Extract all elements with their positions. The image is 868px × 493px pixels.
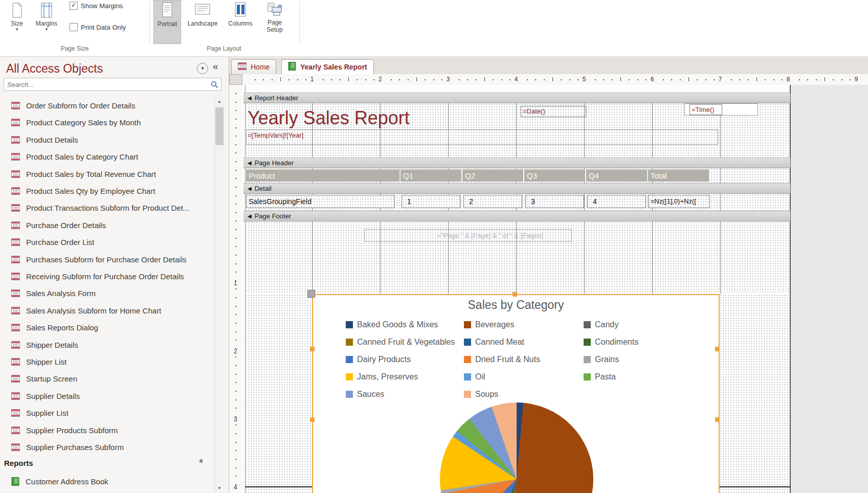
nav-item-form[interactable]: Product Sales by Total Revenue Chart (0, 166, 211, 182)
form-icon (11, 392, 20, 400)
section-bar-page-footer[interactable]: ◀Page Footer (243, 211, 790, 221)
column-header-q2[interactable]: Q2 (462, 169, 523, 182)
column-header-total[interactable]: Total (648, 169, 709, 182)
column-header-q3[interactable]: Q3 (524, 169, 585, 182)
nav-item-form[interactable]: Product Sales by Category Chart (0, 148, 211, 165)
form-icon (11, 170, 20, 178)
chart-selection-handle-right[interactable] (715, 347, 720, 351)
page-number-textbox[interactable]: ="Page " & [Page] & " of " & [Pages] (364, 229, 572, 242)
search-input[interactable] (4, 81, 211, 88)
columns-button[interactable]: Columns (224, 0, 257, 45)
ruler-corner-box[interactable] (229, 74, 242, 85)
legend-item: Candy (584, 320, 618, 329)
quarter-textbox-q3[interactable]: 3 (525, 195, 584, 208)
portrait-label: Portrait (158, 20, 177, 28)
page-setup-button[interactable]: Page Setup (259, 0, 291, 45)
chart-selection-handle-left[interactable] (310, 347, 315, 351)
nav-item-form[interactable]: Supplier List (0, 405, 211, 421)
columns-label: Columns (228, 20, 252, 27)
column-header-q4[interactable]: Q4 (586, 169, 647, 182)
page-size-group-label: Page Size (0, 45, 149, 53)
form-icon (11, 375, 20, 383)
print-data-only-checkbox[interactable]: Print Data Only (70, 23, 126, 31)
portrait-button[interactable]: Portrait (153, 0, 181, 44)
collapse-nav-pane-icon[interactable]: « (213, 61, 218, 72)
total-expression-textbox[interactable]: =Nz([1],0)+Nz([ (648, 195, 710, 208)
nav-item-form[interactable]: Receiving Subform for Purchase Order Det… (0, 268, 211, 284)
report-title-textbox[interactable]: Yearly Sales Report (248, 107, 432, 132)
nav-item-label: Product Transactions Subform for Product… (26, 204, 189, 212)
chart-resize-handle[interactable] (307, 290, 315, 298)
section-bar-report-header[interactable]: ◀Report Header (243, 93, 790, 103)
nav-item-form[interactable]: Product Transactions Subform for Product… (0, 199, 211, 216)
print-data-only-checkbox-box[interactable] (70, 23, 78, 31)
nav-pane-menu-icon[interactable]: ▾ (197, 63, 208, 74)
nav-item-label: Startup Screen (26, 374, 77, 383)
scroll-up-icon[interactable]: ▲ (215, 97, 224, 106)
sales-grouping-field-textbox[interactable]: SalesGroupingField (246, 195, 395, 208)
margins-dropdown-arrow: ▾ (46, 27, 48, 31)
nav-item-form[interactable]: Sales Reports Dialog (0, 319, 211, 335)
nav-item-form[interactable]: Supplier Products Subform (0, 422, 211, 438)
form-icon (238, 62, 247, 72)
nav-item-form[interactable]: Purchase Order Details (0, 217, 211, 233)
search-box[interactable] (4, 78, 221, 91)
nav-item-form[interactable]: Supplier Details (0, 388, 211, 404)
print-data-only-label: Print Data Only (81, 24, 126, 31)
nav-item-form[interactable]: Product Category Sales by Month (0, 114, 211, 130)
section-bar-detail[interactable]: ◀Detail (243, 183, 790, 194)
nav-item-report[interactable]: Customer Address Book (0, 473, 211, 489)
nav-item-form[interactable]: Product Details (0, 131, 211, 148)
quarter-textbox-q2[interactable]: 2 (463, 195, 522, 208)
nav-item-form[interactable]: Supplier Purchases Subform (0, 439, 211, 455)
grid-line (652, 221, 653, 294)
nav-item-form[interactable]: Order Subform for Order Details (0, 97, 211, 114)
nav-scrollbar-thumb[interactable] (215, 107, 224, 145)
tab-yearly-sales-report[interactable]: Yearly Sales Report (281, 59, 374, 74)
legend-item: Condiments (584, 338, 638, 347)
legend-item: Sauces (346, 390, 384, 399)
legend-label: Candy (595, 320, 618, 329)
nav-item-form[interactable]: Shipper Details (0, 337, 211, 353)
nav-item-form[interactable]: Sales Analysis Form (0, 285, 211, 301)
quarter-textbox-q1[interactable]: 1 (402, 195, 460, 208)
nav-item-report[interactable]: Customer Phone Book (0, 490, 211, 493)
quarter-textbox-q4[interactable]: 4 (587, 195, 646, 208)
time-expression-textbox[interactable]: =Time() (689, 104, 722, 115)
size-button[interactable]: Size ▾ (4, 1, 30, 45)
page-setup-label: Page Setup (263, 19, 286, 33)
nav-item-form[interactable]: Product Sales Qty by Employee Chart (0, 183, 211, 199)
chart-selection-handle-left[interactable] (310, 417, 315, 422)
scroll-down-icon[interactable]: ▼ (215, 484, 224, 493)
nav-item-label: Order Subform for Order Details (26, 101, 135, 110)
tab-home[interactable]: Home (231, 59, 276, 74)
nav-item-form[interactable]: Purchases Subform for Purchase Order Det… (0, 251, 211, 267)
nav-item-label: Purchase Order List (26, 238, 94, 246)
year-expression-textbox[interactable]: =[TempVars]![Year] (248, 131, 340, 141)
chart-selection-handle-top[interactable] (513, 292, 517, 297)
chart-selection-handle-right[interactable] (715, 417, 720, 422)
nav-item-form[interactable]: Shipper List (0, 353, 211, 370)
section-bar-page-header[interactable]: ◀Page Header (243, 158, 790, 168)
show-margins-checkbox[interactable]: ✓ Show Margins (70, 2, 123, 10)
section-arrow-icon: ◀ (248, 95, 252, 101)
collapse-section-icon[interactable]: » (195, 460, 204, 463)
show-margins-checkbox-box[interactable]: ✓ (70, 2, 78, 10)
nav-item-form[interactable]: Startup Screen (0, 370, 211, 387)
outside-page-area (790, 85, 868, 493)
legend-label: Pasta (595, 372, 616, 382)
column-header-q1[interactable]: Q1 (400, 169, 461, 182)
nav-scrollbar[interactable]: ▲ ▼ (214, 97, 224, 493)
nav-item-form[interactable]: Sales Analysis Subform for Home Chart (0, 302, 211, 319)
date-expression-textbox[interactable]: =Date() (521, 106, 586, 117)
landscape-button[interactable]: Landscape (183, 0, 222, 45)
chart-object[interactable]: Sales by Category Baked Goods & MixesBev… (312, 294, 720, 493)
nav-item-form[interactable]: Purchase Order List (0, 234, 211, 250)
form-icon (11, 119, 20, 126)
page-setup-icon (266, 1, 283, 19)
margins-button[interactable]: Margins ▾ (32, 1, 61, 45)
nav-section-reports[interactable]: Reports» (0, 456, 211, 470)
column-header-product[interactable]: Product (246, 169, 399, 182)
nav-item-label: Receiving Subform for Purchase Order Det… (26, 272, 184, 281)
search-icon[interactable] (211, 81, 221, 88)
